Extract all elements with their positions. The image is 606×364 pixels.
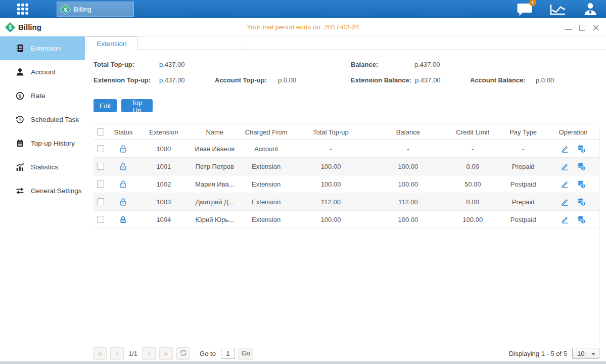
page-size-select[interactable]: 10 — [572, 348, 599, 359]
topup-coins-icon[interactable]: $ — [577, 162, 586, 171]
column-header-extension[interactable]: Extension — [138, 124, 189, 140]
balance-cell: 100.00 — [369, 211, 446, 228]
close-button[interactable] — [592, 24, 599, 31]
edit-icon[interactable] — [561, 198, 569, 206]
account-balance-label: Account Balance: — [470, 76, 526, 84]
credit-limit-cell: - — [446, 140, 499, 157]
sidebar-item-label: General Settings — [31, 187, 82, 195]
column-header-balance[interactable]: Balance — [369, 124, 446, 140]
goto-label: Go to — [200, 350, 216, 357]
column-header-total-top-up[interactable]: Total Top-up — [292, 124, 370, 140]
edit-icon[interactable] — [561, 162, 569, 171]
sidebar-item-general-settings[interactable]: General Settings — [0, 179, 85, 203]
sidebar-item-statistics[interactable]: Statistics — [0, 155, 85, 179]
total-topup-label: Total Top-up: — [94, 61, 134, 68]
minimize-button[interactable] — [565, 24, 572, 31]
task-tab-label: Billing — [74, 6, 91, 13]
select-all-checkbox[interactable] — [97, 128, 104, 135]
total-topup-cell: - — [292, 140, 370, 157]
svg-text:$: $ — [582, 166, 584, 170]
pay-type-cell: Postpaid — [499, 211, 547, 228]
displaying-text: Displaying 1 - 5 of 5 — [509, 350, 567, 357]
maximize-button[interactable] — [579, 24, 585, 31]
sidebar-item-scheduled-task[interactable]: Scheduled Task — [0, 108, 85, 131]
pay-type-cell: Prepaid — [499, 193, 547, 210]
edit-icon[interactable] — [561, 180, 569, 189]
page-size-value: 10 — [577, 350, 584, 357]
name-cell: Иван Иванов — [189, 140, 241, 157]
table-row-1000[interactable]: 1000Иван ИвановAccount----$ — [93, 140, 599, 158]
topup-coins-icon[interactable]: $ — [577, 145, 586, 153]
table-row-1002[interactable]: 1002Мария Ива...Extension100.00100.0050.… — [93, 175, 599, 193]
first-page-icon[interactable]: « — [93, 347, 107, 360]
transfer-arrows-icon — [16, 187, 24, 195]
sidebar-item-extension[interactable]: Extension — [0, 36, 85, 60]
top-up-button[interactable]: Top Up — [121, 99, 153, 112]
charged-from-cell: Extension — [241, 175, 292, 193]
topup-coins-icon[interactable]: $ — [577, 180, 586, 189]
sidebar-item-label: Top-up History — [31, 140, 75, 147]
next-page-icon[interactable]: › — [142, 347, 156, 360]
sidebar-item-label: Extension — [31, 44, 61, 52]
extension-balance-value: p.437.00 — [415, 76, 441, 84]
lock-open-icon — [119, 198, 127, 206]
credit-limit-cell: 0.00 — [446, 158, 499, 175]
statistics-graph-icon[interactable] — [550, 3, 566, 16]
edit-button[interactable]: Edit — [94, 99, 117, 112]
extension-cell: 1001 — [138, 158, 189, 175]
tab-extension[interactable]: Extension — [86, 36, 137, 50]
table-row-1003[interactable]: 1003Дмитрий Д...Extension112.00112.000.0… — [93, 193, 599, 211]
credit-limit-cell: 50.00 — [446, 175, 499, 193]
edit-icon[interactable] — [561, 215, 569, 224]
column-header-charged-from[interactable]: Charged From — [241, 124, 292, 140]
column-header-pay-type[interactable]: Pay Type — [499, 124, 547, 140]
table-row-1004[interactable]: 1004Юрий Юрь...Extension100.00100.00100.… — [93, 211, 599, 229]
column-header-operation[interactable]: Operation — [547, 124, 599, 140]
svg-text:$: $ — [19, 93, 22, 99]
column-header-status[interactable]: Status — [108, 124, 138, 140]
row-checkbox[interactable] — [97, 163, 104, 170]
user-icon[interactable] — [583, 2, 597, 16]
goto-page-input[interactable] — [221, 348, 235, 359]
extension-balance-label: Extension Balance: — [351, 76, 411, 84]
table-header: StatusExtensionNameCharged FromTotal Top… — [93, 124, 599, 140]
address-book-icon — [16, 44, 24, 53]
row-checkbox[interactable] — [97, 198, 104, 205]
task-tab-billing[interactable]: $ Billing — [57, 2, 134, 17]
edit-icon[interactable] — [561, 145, 569, 153]
topup-coins-icon[interactable]: $ — [577, 198, 586, 206]
extension-cell: 1004 — [138, 211, 189, 228]
trial-notice: Your trial period ends on: 2017-02-24 — [0, 23, 606, 31]
column-header-name[interactable]: Name — [189, 124, 241, 140]
table-body: 1000Иван ИвановAccount----$1001Петр Петр… — [93, 140, 599, 229]
sidebar: ExtensionAccount$RateScheduled TaskTop-u… — [0, 36, 85, 361]
lock-open-icon — [119, 180, 127, 189]
billing-diamond-icon: $ — [60, 4, 71, 14]
topup-coins-icon[interactable]: $ — [577, 215, 586, 224]
lock-open-icon — [119, 145, 127, 153]
balance-cell: - — [369, 140, 446, 157]
sidebar-item-rate[interactable]: $Rate — [0, 84, 85, 108]
tab-strip-divider — [137, 36, 248, 50]
sidebar-item-top-up-history[interactable]: Top-up History — [0, 131, 85, 155]
row-checkbox[interactable] — [97, 145, 104, 152]
total-topup-cell: 100.00 — [292, 175, 370, 193]
total-topup-cell: 100.00 — [292, 211, 370, 228]
apps-grid-icon[interactable] — [17, 4, 28, 15]
table-row-1001[interactable]: 1001Петр ПетровExtension100.00100.000.00… — [93, 158, 599, 175]
pay-type-cell: Postpaid — [499, 175, 547, 193]
last-page-icon[interactable]: » — [159, 347, 173, 360]
balance-cell: 112.00 — [369, 193, 446, 210]
row-checkbox[interactable] — [97, 180, 104, 188]
sidebar-item-account[interactable]: Account — [0, 60, 85, 84]
refresh-icon[interactable] — [176, 347, 190, 360]
prev-page-icon[interactable]: ‹ — [110, 347, 124, 360]
history-clock-icon — [16, 115, 24, 124]
row-checkbox[interactable] — [97, 216, 104, 223]
svg-text:$: $ — [582, 149, 584, 153]
column-header-credit-limit[interactable]: Credit Limit — [446, 124, 499, 140]
go-button[interactable]: Go — [239, 348, 253, 359]
message-icon[interactable]: ! — [517, 3, 533, 16]
person-icon — [16, 68, 24, 76]
sidebar-item-label: Statistics — [31, 163, 58, 171]
